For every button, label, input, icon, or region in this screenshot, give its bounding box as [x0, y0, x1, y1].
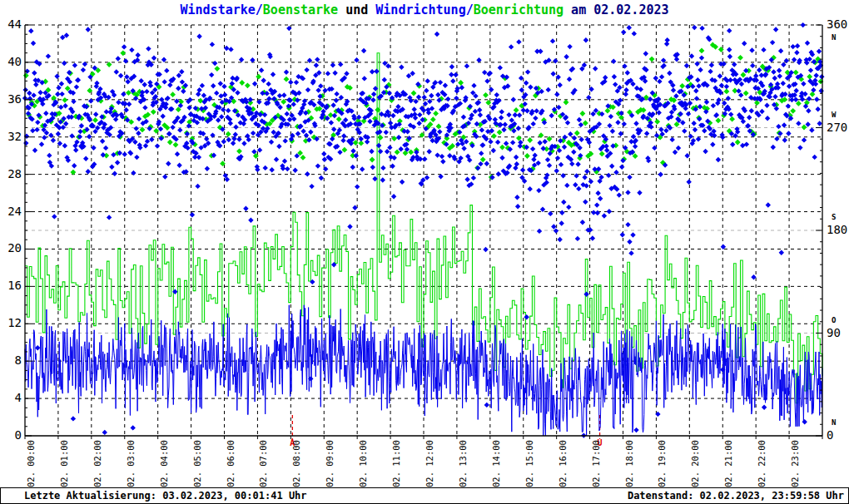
x-tick-label: 02. 08:00	[291, 439, 301, 487]
y-right-tick-label: 360	[827, 18, 847, 31]
compass-letter: N	[832, 418, 836, 427]
wind-chart-svg	[0, 0, 849, 504]
x-tick-label: 02. 21:00	[723, 439, 733, 487]
x-tick-label: 02. 10:00	[358, 439, 368, 487]
y-right-tick-label: 90	[827, 327, 841, 339]
x-tick-label: 02. 18:00	[624, 439, 634, 487]
compass-letter: N	[832, 33, 836, 42]
compass-letter: S	[832, 213, 836, 221]
y-left-tick-label: 16	[0, 279, 22, 292]
compass-letter: W	[832, 111, 836, 119]
x-tick-label: 02. 15:00	[524, 439, 534, 487]
y-left-tick-label: 12	[0, 317, 22, 329]
y-left-tick-label: 4	[0, 392, 22, 404]
last-update-text: Letzte Aktualisierung: 03.02.2023, 00:01…	[24, 488, 307, 503]
status-bar: Letzte Aktualisierung: 03.02.2023, 00:01…	[0, 487, 849, 504]
y-left-tick-label: 44	[0, 18, 22, 31]
x-tick-label: 02. 19:00	[657, 439, 667, 487]
compass-letter: O	[832, 316, 836, 324]
x-tick-label: 02. 00:00	[26, 439, 36, 487]
x-tick-label: 02. 06:00	[226, 439, 236, 487]
x-tick-label: 02. 11:00	[391, 439, 401, 487]
x-tick-label: 02. 03:00	[126, 439, 136, 487]
x-tick-label: 02. 05:00	[192, 439, 202, 487]
y-right-tick-label: 270	[827, 121, 847, 134]
y-left-tick-label: 0	[0, 429, 22, 442]
x-tick-label: 02. 04:00	[159, 439, 169, 487]
y-left-tick-label: 36	[0, 93, 22, 106]
x-tick-label: 02. 16:00	[558, 439, 568, 487]
y-left-tick-label: 28	[0, 168, 22, 180]
x-tick-label: 02. 01:00	[59, 439, 69, 487]
x-tick-label: 02. 02:00	[92, 439, 102, 487]
data-timestamp-text: Datenstand: 02.02.2023, 23:59:58 Uhr	[628, 488, 844, 503]
y-left-tick-label: 8	[0, 354, 22, 367]
x-tick-label: 02. 13:00	[458, 439, 468, 487]
x-tick-label: 02. 23:00	[790, 439, 800, 487]
x-tick-label: 02. 09:00	[325, 439, 335, 487]
x-tick-label: 02. 14:00	[491, 439, 501, 487]
y-left-tick-label: 32	[0, 131, 22, 143]
weather-chart-page: Windstarke/Boenstarke und Windrichtung/B…	[0, 0, 849, 504]
x-tick-label: 02. 20:00	[690, 439, 700, 487]
x-tick-label: 02. 07:00	[258, 439, 268, 487]
y-left-tick-label: 24	[0, 205, 22, 218]
x-tick-label: 02. 12:00	[424, 439, 434, 487]
y-left-tick-label: 40	[0, 56, 22, 68]
y-right-tick-label: 0	[827, 429, 833, 442]
y-left-tick-label: 20	[0, 242, 22, 254]
x-tick-label: 02. 17:00	[591, 439, 601, 487]
y-right-tick-label: 180	[827, 224, 847, 236]
x-tick-label: 02. 22:00	[757, 439, 767, 487]
